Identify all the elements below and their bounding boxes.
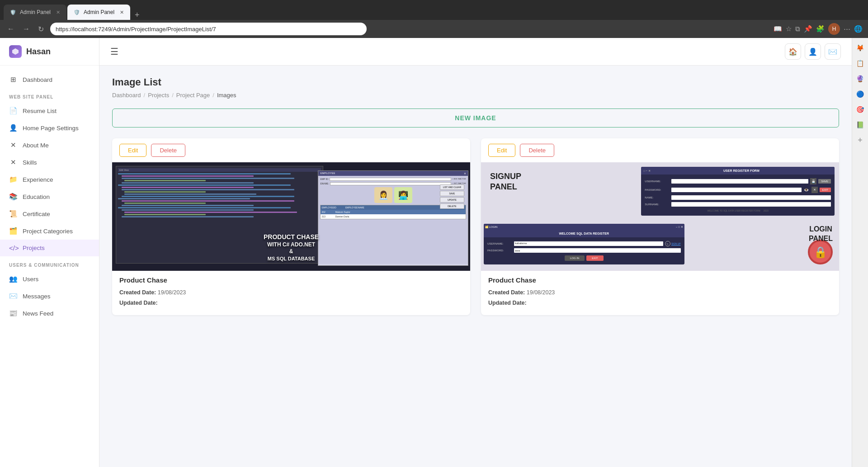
new-image-button[interactable]: NEW IMAGE [112,108,839,127]
messages-label: Messages [23,293,51,300]
sidebar-item-projects[interactable]: </> Projects [0,240,99,256]
name-row: NAME: [645,195,831,200]
sidebar-item-skills[interactable]: ✕ Skills [0,154,99,171]
project-categories-icon: 🗂️ [9,227,17,235]
breadcrumb: Dashboard / Projects / Project Page / Im… [112,92,839,99]
image-card-2: Edit Delete □ − ✕ USER REGISTER FORM [481,138,839,315]
sidebar-item-education[interactable]: 📚 Education [0,188,99,205]
right-bar-btn-6[interactable]: 📗 [854,118,867,131]
sidebar-brand: Hasan [26,47,51,57]
browser-right-sidebar: 🦊 📋 🔮 🔵 🎯 📗 + [852,38,868,467]
experience-icon: 📁 [9,175,17,184]
sidebar-item-experience[interactable]: 📁 Experience [0,171,99,188]
home-settings-icon: 👤 [9,124,17,132]
news-feed-label: News Feed [23,310,53,317]
login-username-row: USERNAME: kabalama ↻ SIGN UP [487,241,681,246]
project-1-bg: Edit View [112,162,470,271]
resume-icon: 📄 [9,107,17,115]
back-button[interactable]: ← [5,23,16,35]
reading-view-button[interactable]: 📖 [774,23,782,35]
home-page-settings-label: Home Page Settings [23,125,79,132]
users-icon: 👥 [9,275,17,283]
login-buttons: LOG IN EXIT [487,255,681,261]
sidebar-item-users[interactable]: 👥 Users [0,270,99,288]
forward-button[interactable]: → [21,23,32,35]
card-1-title: Product Chase [119,276,463,284]
image-grid: Edit Delete Edit View [112,138,839,315]
experience-label: Experience [23,176,53,183]
card-1-edit-button[interactable]: Edit [119,144,146,157]
right-bar-btn-3[interactable]: 🔮 [854,72,867,85]
project-categories-label: Project Categories [23,228,73,235]
signup-form-title: □ − ✕ USER REGISTER FORM [641,167,835,175]
right-bar-btn-1[interactable]: 🦊 [854,42,867,54]
breadcrumb-dashboard[interactable]: Dashboard [112,92,141,99]
sidebar-item-dashboard[interactable]: ⊞ Dashboard [0,71,99,88]
sidebar-item-messages[interactable]: ✉️ Messages [0,288,99,305]
browser-profile-button[interactable]: 🌐 [854,23,863,35]
sidebar-item-resume-list[interactable]: 📄 Resume List [0,102,99,119]
messages-button[interactable]: ✉️ [825,43,841,60]
skills-label: Skills [23,159,37,166]
settings-button[interactable]: ⋯ [844,23,850,35]
breadcrumb-sep-3: / [212,92,214,99]
card-1-image: Edit View [112,162,470,271]
projects-label: Projects [23,245,45,251]
address-bar[interactable]: https://localhost:7249/Admin/ProjectImag… [50,23,367,35]
login-title-bar: 🗂️ LOGIN − □ ✕ [484,224,684,230]
breadcrumb-current: Images [217,92,236,99]
browser-tab-1[interactable]: 🛡️ Admin Panel ✕ [4,5,66,20]
card-1-meta: Created Date: 19/08/2023 Updated Date: [119,288,463,308]
users-comm-section: USERS & COMMUNICATION [0,256,99,270]
breadcrumb-project-page[interactable]: Project Page [176,92,210,99]
users-label: Users [23,276,38,283]
project-1-dialog: EMPLOYEE ✕ EMP ID: □ SEE INACTIVE [318,170,468,266]
login-password-row: PASSWORD: •••• [487,248,681,253]
new-tab-button[interactable]: + [131,10,143,20]
address-text: https://localhost:7249/Admin/ProjectImag… [56,26,216,33]
sidebar-item-home-page-settings[interactable]: 👤 Home Page Settings [0,119,99,137]
right-bar-btn-4[interactable]: 🔵 [854,88,867,100]
main-content: Image List Dashboard / Projects / Projec… [99,66,852,467]
password-row: PASSWORD: 👁️ ✕ EXIT [645,187,831,193]
breadcrumb-sep-2: / [172,92,174,99]
messages-icon: ✉️ [9,292,17,300]
right-bar-btn-5[interactable]: 🎯 [854,103,867,116]
pin-button[interactable]: 📌 [804,23,812,35]
reload-button[interactable]: ↻ [36,23,46,35]
surname-row: SURNAME: [645,202,831,207]
card-2-delete-button[interactable]: Delete [520,144,554,157]
split-view-button[interactable]: ⧉ [795,23,800,35]
card-1-delete-button[interactable]: Delete [151,144,185,157]
right-bar-btn-2[interactable]: 📋 [854,57,867,70]
browser-toolbar: ← → ↻ https://localhost:7249/Admin/Proje… [0,20,868,38]
breadcrumb-projects[interactable]: Projects [148,92,169,99]
browser-tabs: 🛡️ Admin Panel ✕ 🛡️ Admin Panel ✕ + [4,0,143,20]
form-footer: WELCOME TO SQL DATA USER REGISTER FORM 2… [645,209,831,212]
profile-avatar[interactable]: H [828,23,840,35]
browser-tab-2[interactable]: 🛡️ Admin Panel ✕ [67,5,130,20]
news-feed-icon: 📰 [9,309,17,317]
dashboard-icon: ⊞ [9,75,17,84]
tab-close-2[interactable]: ✕ [120,9,124,15]
extensions-button[interactable]: 🧩 [816,23,825,35]
sidebar-item-about-me[interactable]: ✕ About Me [0,137,99,154]
browser-actions: 📖 ☆ ⧉ 📌 🧩 H ⋯ 🌐 [774,23,863,35]
right-bar-btn-add[interactable]: + [854,134,867,146]
education-icon: 📚 [9,193,17,201]
card-2-edit-button[interactable]: Edit [488,144,515,157]
page-title: Image List [112,76,839,88]
dashboard-label: Dashboard [23,76,52,83]
image-card-1: Edit Delete Edit View [112,138,470,315]
user-profile-button[interactable]: 👤 [805,43,821,60]
favorites-button[interactable]: ☆ [786,23,792,35]
hamburger-button[interactable]: ☰ [110,46,118,57]
sidebar-item-project-categories[interactable]: 🗂️ Project Categories [0,222,99,240]
topbar: ☰ 🏠 👤 ✉️ [99,38,852,66]
sidebar-item-news-feed[interactable]: 📰 News Feed [0,305,99,322]
breadcrumb-sep-1: / [144,92,146,99]
tab-close-1[interactable]: ✕ [56,9,60,15]
home-button[interactable]: 🏠 [785,43,801,60]
sidebar-item-certificate[interactable]: 📜 Certificate [0,205,99,222]
education-label: Education [23,193,50,200]
